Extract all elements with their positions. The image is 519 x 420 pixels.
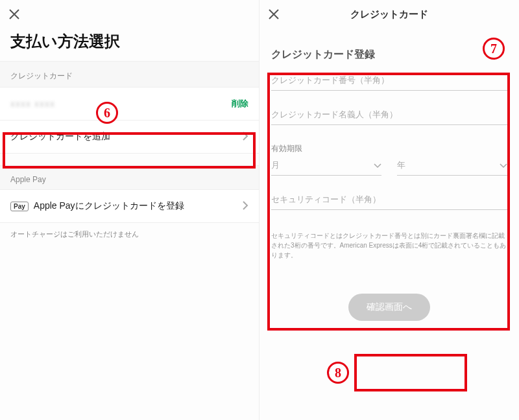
delete-button[interactable]: 削除 — [232, 98, 248, 110]
header-bar — [0, 0, 259, 29]
expiry-month-placeholder: 月 — [271, 159, 280, 171]
existing-card-masked: xxxx xxxx — [10, 99, 55, 109]
card-form: クレジットカード番号（半角） クレジットカード名義人（半角） 有効期限 月 年 … — [260, 71, 519, 268]
add-card-label: クレジットカードを追加 — [10, 131, 110, 143]
card-name-placeholder: クレジットカード名義人（半角） — [271, 109, 507, 125]
card-number-field[interactable]: クレジットカード番号（半角） — [271, 75, 507, 91]
close-icon[interactable] — [8, 8, 21, 21]
cvv-field[interactable]: セキュリティコード（半角） — [271, 194, 507, 210]
page-title: 支払い方法選択 — [0, 29, 259, 61]
expiry-year-placeholder: 年 — [397, 159, 405, 171]
card-name-field[interactable]: クレジットカード名義人（半角） — [271, 109, 507, 125]
existing-card-row[interactable]: xxxx xxxx 削除 — [0, 88, 259, 121]
applepay-label: Apple Payにクレジットカードを登録 — [34, 200, 184, 212]
cvv-placeholder: セキュリティコード（半角） — [271, 194, 507, 210]
card-number-placeholder: クレジットカード番号（半角） — [271, 75, 507, 91]
section-label-applepay: Apple Pay — [0, 165, 259, 190]
expiry-year-select[interactable]: 年 — [397, 159, 507, 176]
chevron-right-icon — [242, 201, 248, 212]
annotation-step-8: 8 — [327, 362, 349, 384]
add-card-row[interactable]: クレジットカードを追加 — [0, 121, 259, 154]
confirm-button[interactable]: 確認画面へ — [348, 294, 430, 321]
close-icon[interactable] — [267, 8, 280, 21]
header-title: クレジットカード — [260, 8, 519, 21]
chevron-down-icon — [374, 161, 381, 170]
section-label-creditcard: クレジットカード — [0, 61, 259, 88]
expiry-label: 有効期限 — [271, 143, 507, 154]
applepay-note: オートチャージはご利用いただけません — [0, 223, 259, 246]
chevron-right-icon — [242, 132, 248, 143]
header-bar: クレジットカード — [260, 0, 519, 29]
chevron-down-icon — [500, 161, 507, 170]
screen-payment-method: 支払い方法選択 クレジットカード xxxx xxxx 削除 クレジットカードを追… — [0, 0, 260, 420]
annotation-box-8 — [354, 354, 467, 391]
applepay-badge-icon: Pay — [10, 202, 29, 211]
subheader: クレジットカード登録 — [260, 29, 519, 71]
applepay-register-row[interactable]: Pay Apple Payにクレジットカードを登録 — [0, 190, 259, 223]
expiry-month-select[interactable]: 月 — [271, 159, 381, 176]
screen-card-register: クレジットカード クレジットカード登録 クレジットカード番号（半角） クレジット… — [260, 0, 519, 420]
cvv-help-text: セキュリティコードとはクレジットカード番号とは別にカード裏面署名欄に記載された3… — [271, 228, 507, 268]
